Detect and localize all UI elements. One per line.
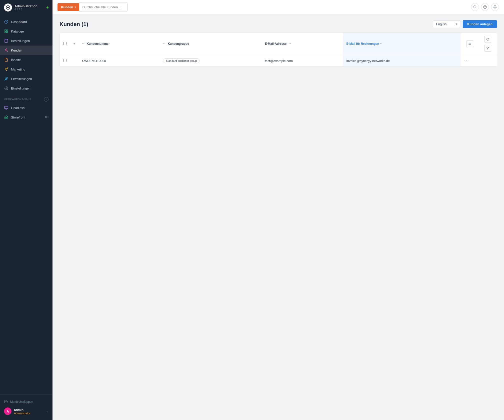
entity-selector-label: Kunden — [61, 5, 73, 9]
table-body: SWDEMO10000 Standard customer group test… — [60, 55, 497, 66]
sidebar-item-marketing[interactable]: Marketing — [0, 64, 52, 74]
app-version: 6.5.7.3 — [14, 8, 38, 11]
sidebar-item-label: Marketing — [11, 68, 25, 71]
select-all-header — [60, 33, 70, 55]
main-content: Kunden ▾ — [52, 0, 504, 420]
customers-table-container: ▾ ··· Kundennummer ··· Kundengruppe — [60, 32, 497, 67]
svg-rect-2 — [5, 30, 6, 31]
select-all-checkbox[interactable] — [63, 42, 66, 45]
svg-marker-22 — [486, 47, 489, 50]
col-drag-handle[interactable]: ··· — [163, 42, 167, 46]
svg-point-10 — [6, 88, 7, 89]
svg-rect-11 — [4, 106, 8, 108]
einstellungen-icon — [4, 86, 8, 90]
help-icon — [483, 5, 487, 9]
sidebar-item-einstellungen[interactable]: Einstellungen — [0, 84, 52, 93]
svg-line-16 — [476, 8, 476, 8]
sidebar-item-storefront[interactable]: Storefront — [0, 112, 52, 122]
marketing-icon — [4, 67, 8, 72]
refresh-button[interactable] — [484, 36, 491, 43]
col-menu-dots[interactable]: ··· — [380, 42, 384, 46]
svg-rect-3 — [6, 30, 8, 31]
language-label: English — [436, 22, 447, 26]
eye-icon — [45, 115, 48, 120]
search-icon-button[interactable] — [471, 3, 479, 11]
row-actions-cell: ··· — [461, 55, 479, 66]
sidebar-item-label: Kataloge — [11, 30, 24, 33]
table-header: ▾ ··· Kundennummer ··· Kundengruppe — [60, 33, 497, 55]
kataloge-icon — [4, 29, 8, 34]
user-name: admin — [14, 408, 30, 412]
bestellungen-icon — [4, 38, 8, 43]
svg-point-12 — [46, 116, 47, 118]
filter-button[interactable] — [484, 45, 491, 52]
sort-icon: ▾ — [74, 42, 75, 45]
topbar-icons — [471, 3, 499, 11]
sidebar-item-label: Bestellungen — [11, 39, 30, 43]
table-row: SWDEMO10000 Standard customer group test… — [60, 55, 497, 66]
sidebar-item-label: Einstellungen — [11, 86, 30, 90]
search-input[interactable] — [82, 5, 124, 9]
sidebar: Administration 6.5.7.3 Dashboard Katalog… — [0, 0, 52, 420]
col-drag-handle[interactable]: ··· — [82, 42, 86, 46]
row-checkbox-cell — [60, 55, 70, 66]
erweiterungen-icon — [4, 76, 8, 81]
sidebar-item-label: Storefront — [11, 116, 25, 119]
sidebar-item-dashboard[interactable]: Dashboard — [0, 17, 52, 26]
sidebar-item-kataloge[interactable]: Kataloge — [0, 26, 52, 36]
col-header-sort: ▾ — [70, 33, 78, 55]
user-role: Administrator — [14, 412, 30, 415]
row-email-rechnung: invoice@synergy-networks.de — [343, 55, 461, 66]
language-selector[interactable]: English ▾ — [433, 20, 460, 28]
user-row: A admin Administrator ⌄ — [4, 406, 48, 417]
headless-icon — [4, 106, 8, 110]
columns-icon — [468, 42, 471, 45]
header-actions: English ▾ Kunden anlegen — [433, 20, 497, 28]
svg-point-15 — [474, 6, 476, 8]
page-header: Kunden (1) English ▾ Kunden anlegen — [60, 20, 497, 28]
row-kundengruppe: Standard customer group — [160, 55, 261, 66]
user-menu-chevron[interactable]: ⌄ — [46, 410, 48, 413]
sidebar-item-erweiterungen[interactable]: Erweiterungen — [0, 74, 52, 84]
refresh-icon — [486, 38, 489, 41]
col-header-kundengruppe: ··· Kundengruppe — [160, 33, 261, 55]
app-name: Administration — [14, 4, 38, 8]
page-title: Kunden (1) — [60, 21, 88, 28]
sidebar-nav: Dashboard Kataloge Bestellungen — [0, 15, 52, 394]
customers-table: ▾ ··· Kundennummer ··· Kundengruppe — [60, 33, 497, 66]
sidebar-item-inhalte[interactable]: Inhalte — [0, 55, 52, 64]
bell-icon — [493, 5, 497, 9]
sidebar-item-kunden[interactable]: Kunden — [0, 46, 52, 55]
app-logo — [4, 4, 12, 12]
dashboard-icon — [4, 20, 8, 24]
sidebar-item-headless[interactable]: Headless — [0, 103, 52, 112]
filter-icon — [486, 47, 489, 50]
col-menu-dots[interactable]: ··· — [288, 42, 291, 46]
sidebar-item-label: Kunden — [11, 48, 22, 52]
chevron-down-icon: ▾ — [456, 22, 457, 26]
row-expand-cell — [70, 55, 78, 66]
help-icon-button[interactable] — [481, 3, 489, 11]
sidebar-item-label: Inhalte — [11, 58, 21, 62]
create-customer-button[interactable]: Kunden anlegen — [463, 20, 497, 28]
row-checkbox[interactable] — [63, 59, 66, 62]
sidebar-item-label: Dashboard — [11, 20, 27, 24]
notifications-icon-button[interactable] — [491, 3, 499, 11]
search-icon — [473, 5, 477, 9]
svg-rect-4 — [5, 32, 6, 33]
col-header-filter — [479, 33, 497, 55]
search-input-wrapper — [79, 2, 128, 12]
entity-selector-button[interactable]: Kunden ▾ — [58, 3, 79, 11]
page-content: Kunden (1) English ▾ Kunden anlegen — [52, 14, 504, 420]
row-actions-menu[interactable]: ··· — [464, 58, 469, 63]
status-indicator — [46, 6, 48, 8]
collapse-menu-button[interactable]: Menü einklappen — [4, 398, 48, 406]
sidebar-header: Administration 6.5.7.3 — [0, 0, 52, 15]
col-header-tools — [461, 33, 479, 55]
sidebar-item-bestellungen[interactable]: Bestellungen — [0, 36, 52, 46]
svg-rect-5 — [6, 32, 8, 33]
sidebar-footer: Menü einklappen A admin Administrator ⌄ — [0, 394, 52, 420]
svg-point-7 — [6, 49, 7, 50]
add-channel-button[interactable]: + — [44, 97, 48, 102]
column-settings-button[interactable] — [466, 40, 473, 47]
